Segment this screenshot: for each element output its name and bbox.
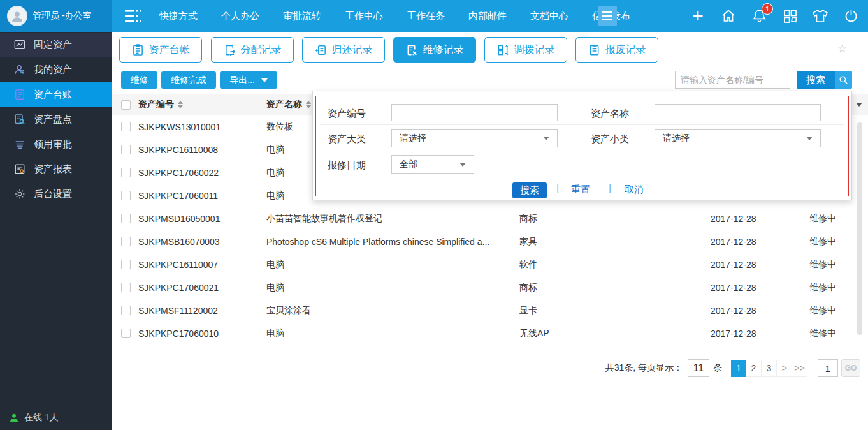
nav-item-personal-office[interactable]: 个人办公: [221, 10, 259, 22]
next-page-button[interactable]: >: [777, 360, 792, 377]
chart-icon: [14, 39, 25, 50]
table-row[interactable]: SJKPKPC16110007 电脑 软件 2017-12-28 维修中: [112, 253, 868, 276]
repair-date: 2017-12-28: [711, 322, 756, 345]
tab-scrap-records[interactable]: 报废记录: [575, 37, 658, 63]
row-checkbox[interactable]: [121, 168, 131, 177]
theme-button[interactable]: [812, 8, 828, 24]
table-row[interactable]: SJKPMSB16070003 Photoshop cS6 Multiple P…: [112, 230, 868, 253]
row-checkbox[interactable]: [121, 283, 131, 292]
repair-done-button[interactable]: 维修完成: [161, 71, 216, 89]
row-checkbox[interactable]: [121, 214, 131, 223]
tab-asset-ledger[interactable]: 资产台帐: [119, 37, 202, 63]
add-button[interactable]: +: [690, 8, 706, 24]
table-row[interactable]: SJKPKPC17060010 电脑 无线AP 2017-12-28 维修中: [112, 322, 868, 345]
nav-item-internal-mail[interactable]: 内部邮件: [468, 10, 507, 22]
row-checkbox[interactable]: [121, 122, 131, 131]
filter-date-select[interactable]: 全部: [391, 155, 474, 174]
asset-code: SJKPMSD16050001: [138, 207, 220, 230]
tab-label: 维修记录: [423, 43, 464, 57]
filter-minor-value: 请选择: [663, 133, 690, 144]
filter-name-input[interactable]: [655, 104, 821, 121]
apps-button[interactable]: [781, 8, 798, 24]
repair-doc-icon: [406, 44, 418, 56]
filter-date-label: 报修日期: [328, 159, 366, 172]
row-checkbox[interactable]: [121, 237, 131, 246]
topbar-user-area[interactable]: 管理员 -办公室: [0, 0, 112, 32]
tab-transfer-records[interactable]: 调拨记录: [484, 37, 567, 63]
table-row[interactable]: SJKPMSD16050001 小苗苗智能故事机著作权登记 商标 2017-12…: [112, 207, 868, 230]
page-size-box[interactable]: 11: [688, 359, 709, 377]
filter-minor-label: 资产小类: [591, 133, 629, 145]
favorite-star-icon[interactable]: ☆: [837, 42, 847, 56]
filter-major-select[interactable]: 请选择: [391, 129, 558, 147]
quick-search-button[interactable]: 搜索: [797, 71, 852, 89]
sort-icon[interactable]: [306, 101, 311, 108]
sidebar-item-my-assets[interactable]: 我的资产: [0, 57, 112, 82]
asset-category: 显卡: [519, 299, 537, 322]
repair-date: 2017-12-28: [711, 207, 756, 230]
asset-name: 电脑: [266, 253, 509, 276]
row-checkbox[interactable]: [121, 306, 131, 315]
go-button[interactable]: GO: [841, 359, 860, 377]
export-button[interactable]: 导出...: [220, 71, 277, 89]
asset-code: SJKPMSF11120002: [138, 299, 218, 322]
header-asset-name[interactable]: 资产名称: [266, 99, 302, 110]
tab-return-records[interactable]: 归还记录: [302, 37, 385, 63]
logout-button[interactable]: [843, 8, 859, 24]
header-asset-code[interactable]: 资产编号: [138, 99, 174, 110]
asset-code: SJKPKPC16110008: [138, 138, 218, 161]
page-button-2[interactable]: 2: [746, 360, 762, 377]
gear-icon: [14, 188, 25, 200]
row-checkbox[interactable]: [121, 145, 131, 154]
chevron-down-icon: [459, 163, 466, 167]
filter-code-input[interactable]: [391, 104, 558, 121]
sidebar-item-asset-ledger[interactable]: 资产台账: [0, 82, 112, 107]
nav-item-work-tasks[interactable]: 工作任务: [407, 10, 445, 22]
sidebar-item-asset-reports[interactable]: 资产报表: [0, 157, 112, 181]
last-page-button[interactable]: >>: [792, 360, 807, 377]
home-button[interactable]: [720, 8, 737, 24]
divider: [320, 151, 844, 151]
quick-search-input[interactable]: [675, 71, 790, 89]
row-checkbox[interactable]: [121, 191, 131, 200]
row-checkbox[interactable]: [121, 329, 131, 338]
sidebar-item-admin-settings[interactable]: 后台设置: [0, 182, 112, 206]
goto-page-input[interactable]: [818, 359, 838, 377]
select-all-checkbox[interactable]: [121, 100, 131, 110]
chevron-down-icon: [806, 137, 813, 140]
page-button-1[interactable]: 1: [731, 360, 746, 377]
table-row[interactable]: SJKPKPC17060021 电脑 商标 2017-12-28 维修中: [112, 276, 868, 299]
sidebar-item-fixed-assets[interactable]: 固定资产: [0, 33, 112, 57]
tab-assignment-records[interactable]: 分配记录: [211, 37, 294, 63]
topbar-actions: + 1: [690, 0, 859, 32]
nav-item-document-center[interactable]: 文档中心: [530, 10, 568, 22]
online-suffix: 人: [50, 412, 59, 422]
sidebar-item-label: 资产报表: [34, 163, 72, 175]
filter-minor-select[interactable]: 请选择: [655, 129, 821, 147]
table-scrollbar[interactable]: [857, 122, 862, 335]
sidebar-item-asset-inventory[interactable]: 资产盘点: [0, 107, 112, 131]
asset-name: 宝贝涂涂看: [266, 299, 509, 322]
filter-cancel-button[interactable]: 取消: [625, 184, 644, 196]
sidebar-item-label: 固定资产: [34, 39, 72, 51]
more-menu-icon[interactable]: [598, 6, 617, 26]
online-count: 1: [45, 412, 50, 422]
collapse-menu-icon[interactable]: [125, 10, 141, 22]
notifications-button[interactable]: 1: [751, 8, 767, 24]
sort-icon[interactable]: [178, 101, 183, 108]
table-row[interactable]: SJKPMSF11120002 宝贝涂涂看 显卡 2017-12-28 维修中: [112, 299, 868, 322]
filter-reset-button[interactable]: 重置: [571, 184, 590, 196]
nav-item-work-center[interactable]: 工作中心: [345, 10, 383, 22]
tab-label: 报废记录: [605, 43, 646, 57]
nav-item-approval-flow[interactable]: 审批流转: [283, 10, 321, 22]
chevron-down-icon: [543, 137, 549, 140]
row-checkbox[interactable]: [121, 260, 131, 269]
column-chooser-icon[interactable]: [856, 103, 862, 107]
nav-item-shortcuts[interactable]: 快捷方式: [159, 10, 198, 22]
sidebar-item-usage-approval[interactable]: 领用审批: [0, 132, 112, 156]
tab-repair-records[interactable]: 维修记录: [393, 37, 476, 63]
filter-search-button[interactable]: 搜索: [512, 182, 547, 198]
page-button-3[interactable]: 3: [762, 360, 777, 377]
avatar[interactable]: [7, 6, 27, 26]
repair-button[interactable]: 维修: [121, 71, 157, 89]
